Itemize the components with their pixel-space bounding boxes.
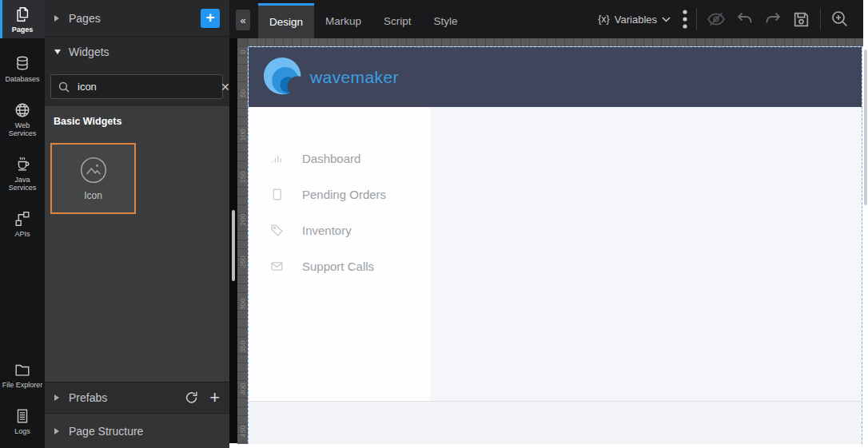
bar-chart-icon xyxy=(270,152,284,165)
chevron-right-icon xyxy=(54,428,59,434)
widget-search-input[interactable] xyxy=(76,80,220,93)
database-icon xyxy=(14,55,31,73)
variables-dropdown[interactable]: {x} Variables xyxy=(598,14,671,26)
chevron-down-icon xyxy=(662,17,671,22)
coffee-icon xyxy=(14,156,31,173)
widgets-panel: Pages + Widgets ✕ Basic Widgets xyxy=(45,0,229,448)
editor-toolbar: « Design Markup Script Style {x} Variabl… xyxy=(229,0,863,38)
ruler-label: 200 xyxy=(239,216,247,226)
tab-design[interactable]: Design xyxy=(258,3,314,38)
zoom-in-icon[interactable] xyxy=(830,9,850,30)
pages-section-header[interactable]: Pages + xyxy=(45,0,229,37)
add-prefab-button[interactable]: + xyxy=(209,390,220,406)
widgets-section-label: Widgets xyxy=(69,46,109,58)
document-icon xyxy=(270,188,284,201)
prefabs-section-header[interactable]: Prefabs + xyxy=(45,382,229,413)
sidebar-item-label: Pages xyxy=(12,26,34,34)
tab-style[interactable]: Style xyxy=(423,3,469,38)
nav-item-inventory[interactable]: Inventory xyxy=(249,212,430,248)
logo-text: wavemaker xyxy=(310,68,399,87)
window-bottom-edge xyxy=(229,444,868,448)
icon-widget-tile[interactable]: Icon xyxy=(50,143,136,214)
redo-icon[interactable] xyxy=(763,10,782,29)
ruler-corner xyxy=(237,38,248,46)
vertical-ruler: 0 50 100 150 200 250 300 350 400 450 xyxy=(237,46,248,444)
sidebar-item-label: File Explorer xyxy=(2,381,43,389)
widget-search-wrap: ✕ xyxy=(45,66,229,109)
prefabs-tools: + xyxy=(185,390,220,406)
pages-section-label: Pages xyxy=(69,12,101,25)
panel-scrollbar-thumb[interactable] xyxy=(232,210,235,281)
nav-item-pending-orders[interactable]: Pending Orders xyxy=(249,176,430,212)
ruler-label: 150 xyxy=(239,173,247,184)
canvas-scrollbar-thumb[interactable] xyxy=(864,50,867,205)
widget-tile-label: Icon xyxy=(84,190,102,201)
save-icon[interactable] xyxy=(791,10,811,30)
nav-item-label: Inventory xyxy=(302,224,352,237)
more-options-kebab-icon[interactable] xyxy=(683,9,687,30)
toolbar-divider xyxy=(820,8,821,30)
chevron-down-icon xyxy=(54,50,61,54)
preview-eye-off-icon[interactable] xyxy=(706,9,727,30)
sidebar-item-label: Logs xyxy=(14,427,30,435)
sidebar-item-file-explorer[interactable]: File Explorer xyxy=(0,355,45,394)
tab-script[interactable]: Script xyxy=(372,3,423,38)
nav-item-label: Support Calls xyxy=(302,260,374,273)
page-structure-section-header[interactable]: Page Structure xyxy=(45,413,229,448)
variables-label: Variables xyxy=(615,14,657,26)
nav-item-dashboard[interactable]: Dashboard xyxy=(249,141,430,176)
ruler-label: 100 xyxy=(239,131,247,141)
basic-widgets-title: Basic Widgets xyxy=(45,106,229,127)
ruler-label: 50 xyxy=(239,89,247,99)
collapse-panel-button[interactable]: « xyxy=(236,10,250,30)
search-icon xyxy=(58,81,70,93)
sidebar-item-databases[interactable]: Databases xyxy=(0,50,45,88)
ruler-label: 250 xyxy=(239,258,247,268)
sidebar-item-label: Web Services xyxy=(1,121,44,137)
ruler-label: 300 xyxy=(239,300,247,311)
undo-icon[interactable] xyxy=(735,10,755,29)
refresh-prefabs-icon[interactable] xyxy=(185,391,199,405)
canvas-content-area[interactable] xyxy=(430,107,862,401)
panel-gap-strip xyxy=(229,38,237,443)
tab-markup[interactable]: Markup xyxy=(314,3,372,38)
nav-item-label: Dashboard xyxy=(302,152,360,165)
toolbar-divider xyxy=(696,8,697,30)
sidebar-item-web-services[interactable]: Web Services xyxy=(0,96,45,142)
left-rail: Pages Databases Web Services xyxy=(0,0,45,448)
tag-icon xyxy=(270,224,284,237)
ruler-label: 350 xyxy=(239,343,247,353)
canvas-app-header[interactable]: wavemaker xyxy=(249,47,862,107)
icon-widget-glyph xyxy=(79,156,108,184)
widget-results-region: Basic Widgets Icon xyxy=(45,106,229,382)
ruler-label: 0 xyxy=(239,47,247,57)
chevron-right-icon xyxy=(54,15,59,22)
variables-icon: {x} xyxy=(598,14,610,25)
horizontal-ruler xyxy=(248,38,863,46)
ruler-label: 450 xyxy=(239,427,247,438)
canvas-body: Dashboard Pending Orders xyxy=(249,107,862,401)
toolbar-right-tools: {x} Variables xyxy=(598,0,850,38)
sidebar-item-apis[interactable]: APIs xyxy=(0,204,45,243)
canvas-left-nav[interactable]: Dashboard Pending Orders xyxy=(249,107,430,401)
sidebar-item-label: APIs xyxy=(14,230,30,238)
sidebar-item-label: Databases xyxy=(5,75,39,83)
sidebar-item-logs[interactable]: Logs xyxy=(0,402,45,440)
nav-item-support-calls[interactable]: Support Calls xyxy=(249,248,430,284)
widget-search-box[interactable]: ✕ xyxy=(50,74,223,99)
editor-tabs: Design Markup Script Style xyxy=(258,0,469,38)
wavemaker-wave-icon xyxy=(263,55,305,100)
log-file-icon xyxy=(14,407,31,425)
globe-icon xyxy=(14,101,31,119)
api-nodes-icon xyxy=(14,210,31,228)
design-canvas[interactable]: wavemaker Dashboard xyxy=(248,46,862,444)
widgets-section-header[interactable]: Widgets xyxy=(45,37,229,66)
page-structure-label: Page Structure xyxy=(69,425,143,438)
wavemaker-studio-window: Pages Databases Web Services xyxy=(0,0,868,448)
add-page-button[interactable]: + xyxy=(201,9,220,28)
folder-icon xyxy=(14,361,31,379)
sidebar-item-pages[interactable]: Pages xyxy=(0,0,45,38)
canvas-footer[interactable] xyxy=(249,401,862,444)
window-right-edge xyxy=(863,0,868,448)
sidebar-item-java-services[interactable]: Java Services xyxy=(0,150,45,196)
